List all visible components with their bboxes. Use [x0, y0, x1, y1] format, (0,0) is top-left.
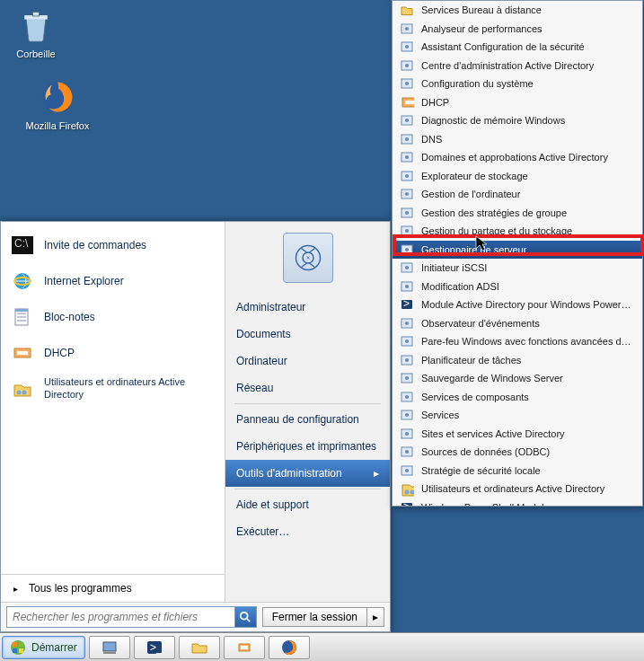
start-button[interactable]: Démarrer [2, 636, 85, 659]
odbc-icon [400, 445, 414, 459]
admin-tools-item[interactable]: Sources de données (ODBC) [393, 443, 642, 462]
all-programs-button[interactable]: ▸ Tous les programmes [1, 574, 225, 602]
admin-tools-item[interactable]: >_Windows PowerShell Modules [393, 498, 642, 507]
taskbar-button-dhcp[interactable] [224, 636, 265, 659]
start-right-item[interactable]: Panneau de configuration [225, 406, 390, 433]
search-button[interactable] [234, 607, 256, 627]
search-input[interactable] [7, 608, 234, 626]
svg-text:C:\: C:\ [14, 237, 29, 250]
firefox-icon [36, 75, 79, 119]
admin-tools-item[interactable]: Gestion du partage et du stockage [393, 222, 642, 241]
svg-rect-12 [17, 351, 28, 355]
memdiag-icon [400, 113, 414, 128]
pinned-item[interactable]: DHCP [1, 335, 225, 371]
admin-tools-item-label: Modification ADSI [421, 281, 635, 292]
admin-tools-item[interactable]: DNS [393, 130, 642, 149]
admin-tools-item-label: Sources de données (ODBC) [421, 446, 635, 457]
start-right-item[interactable]: Administrateur [225, 294, 390, 321]
start-right-item[interactable]: Exécuter… [225, 518, 390, 545]
admin-tools-item-label: Sites et services Active Directory [421, 428, 635, 439]
svg-point-20 [405, 27, 409, 31]
start-right-item[interactable]: Réseau [225, 375, 390, 401]
admin-tools-item-label: Module Active Directory pour Windows Pow… [421, 299, 635, 310]
start-right-item-label: Ordinateur [236, 355, 287, 367]
secpol-icon [400, 463, 414, 478]
desktop-icon-recycle-bin[interactable]: Corbeille [0, 4, 72, 59]
dns-icon [400, 132, 414, 146]
ie-icon [10, 269, 35, 294]
admin-tools-item[interactable]: Initiateur iSCSI [393, 259, 642, 278]
admin-tools-item[interactable]: Analyseur de performances [393, 20, 642, 39]
ps-icon: >_ [400, 297, 414, 312]
admin-tools-item[interactable]: Gestion des stratégies de groupe [393, 204, 642, 223]
admin-tools-item-label: Explorateur de stockage [421, 171, 635, 181]
admin-tools-item[interactable]: Configuration du système [393, 75, 642, 93]
dhcp-taskbar-icon [235, 639, 253, 657]
logout-button[interactable]: Fermer la session ▸ [262, 607, 384, 627]
separator [234, 403, 381, 404]
svg-point-44 [405, 248, 409, 251]
taskbar-button-firefox[interactable] [269, 636, 310, 659]
admin-tools-item[interactable]: Diagnostic de mémoire Windows [393, 111, 642, 130]
admin-tools-item[interactable]: >_Module Active Directory pour Windows P… [393, 295, 642, 314]
pinned-item-label: Utilisateurs et ordinateurs Active Direc… [44, 376, 216, 401]
admin-tools-item[interactable]: Explorateur de stockage [393, 167, 642, 186]
admin-tools-item[interactable]: Utilisateurs et ordinateurs Active Direc… [393, 480, 642, 498]
admin-tools-item[interactable]: Services [393, 406, 642, 425]
svg-point-13 [17, 391, 22, 395]
admin-tools-item-label: Services [421, 410, 635, 420]
pinned-item[interactable]: Bloc-notes [1, 299, 225, 335]
svg-point-52 [405, 322, 409, 325]
folder-icon [400, 3, 414, 17]
admin-tools-item-label: Gestionnaire de serveur [421, 244, 635, 255]
search-box[interactable] [6, 606, 257, 628]
logout-dropdown-icon[interactable]: ▸ [366, 608, 384, 626]
start-right-item-label: Panneau de configuration [236, 413, 359, 426]
svg-text:>_: >_ [403, 298, 413, 310]
explorer-taskbar-icon [190, 639, 208, 657]
desktop-icon-firefox[interactable]: Mozilla Firefox [22, 75, 93, 131]
admin-tools-item[interactable]: Services de composants [393, 388, 642, 407]
backup-icon [400, 371, 414, 385]
svg-rect-78 [103, 642, 116, 651]
pinned-item[interactable]: Internet Explorer [1, 263, 225, 299]
svg-point-68 [405, 469, 409, 472]
pinned-item[interactable]: C:\Invite de commandes [1, 227, 225, 263]
admin-tools-item[interactable]: Gestionnaire de serveur [393, 241, 642, 260]
admin-tools-item[interactable]: Sites et services Active Directory [393, 425, 642, 444]
separator [234, 489, 381, 489]
start-right-item[interactable]: Outils d'administration▸ [225, 460, 390, 487]
admin-tools-item[interactable]: Modification ADSI [393, 278, 642, 296]
admin-tools-item[interactable]: Assistant Configuration de la sécurité [393, 38, 642, 57]
admin-tools-item[interactable]: Planificateur de tâches [393, 351, 642, 370]
svg-point-66 [405, 450, 409, 454]
svg-rect-83 [241, 646, 248, 649]
admin-tools-item[interactable]: DHCP [393, 93, 642, 112]
admin-tools-item[interactable]: Domaines et approbations Active Director… [393, 148, 642, 167]
admin-tools-item[interactable]: Stratégie de sécurité locale [393, 462, 642, 480]
start-right-item[interactable]: Aide et support [225, 491, 390, 518]
admin-tools-item[interactable]: Gestion de l'ordinateur [393, 185, 642, 204]
pinned-item[interactable]: Utilisateurs et ordinateurs Active Direc… [1, 371, 225, 407]
svg-point-24 [405, 64, 409, 67]
aduc-icon [400, 481, 414, 496]
taskbar-button-explorer[interactable] [179, 636, 220, 659]
start-right-item[interactable]: Documents [225, 321, 390, 348]
taskbar-button-powershell[interactable]: >_ [134, 636, 175, 659]
admin-tools-item[interactable]: Observateur d'événements [393, 314, 642, 333]
admin-tools-item[interactable]: Centre d'administration Active Directory [393, 57, 642, 75]
admin-tools-item[interactable]: Pare-feu Windows avec fonctions avancées… [393, 332, 642, 351]
start-right-item[interactable]: Périphériques et imprimantes [225, 433, 390, 460]
compsvc-icon [400, 390, 414, 404]
aduc-icon [10, 376, 35, 401]
admin-tools-item[interactable]: Sauvegarde de Windows Server [393, 369, 642, 388]
admin-tools-item-label: Diagnostic de mémoire Windows [421, 115, 635, 126]
perf-icon [400, 22, 414, 36]
powershell-taskbar-icon: >_ [146, 639, 163, 657]
admin-tools-item-label: Sauvegarde de Windows Server [421, 373, 635, 383]
taskbar-button-servermgr[interactable] [89, 636, 130, 659]
svg-point-58 [405, 376, 409, 380]
pinned-programs: C:\Invite de commandesInternet ExplorerB… [1, 222, 225, 412]
start-right-item[interactable]: Ordinateur [225, 348, 390, 375]
admin-tools-item[interactable]: Services Bureau à distance [393, 1, 642, 20]
